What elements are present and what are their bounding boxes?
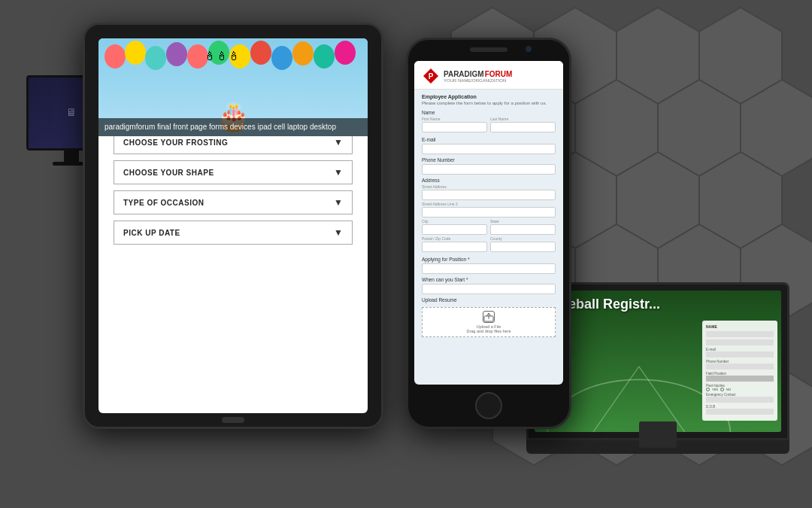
county-input[interactable] [490,242,556,252]
tablet-home-button [222,417,244,423]
bf-injuries-radio: YES NO [706,388,774,391]
start-label: When can you Start * [422,277,556,282]
baseball-form: NAME E-mail Phone Number Field Position … [702,321,777,421]
first-name-label: First Name [422,117,487,121]
balloon-orange [250,41,271,65]
email-label: E-mail [422,137,556,142]
address-label: Address [422,178,556,183]
balloon-emerald [314,44,335,68]
balloon-teal [145,46,166,70]
street-label: Street Address [422,184,556,189]
cake-pickup-dropdown[interactable]: PICK UP DATE ▼ [114,221,353,245]
position-label: Applying for Position * [422,257,556,262]
phone-camera [526,46,532,52]
laptop-screen: Baseball Registr... NAME E-mail Phone Nu… [535,291,781,432]
paradigm-text-2: FORUM [485,70,513,78]
phone-speaker [470,47,508,52]
state-input[interactable] [490,224,556,235]
zip-input[interactable] [422,242,487,252]
drag-text: Drag and drop files here [466,329,511,333]
name-input-group: First Name [422,117,487,134]
first-name-input[interactable] [422,122,487,132]
phone-screen: P PARADIGM FORUM YOUR NAME/ORGANIZATION … [414,61,563,385]
tablet: 🎂 🕯🕯🕯 paradigmforum final front page for… [83,23,383,429]
last-name-input[interactable] [490,122,556,132]
form-subtitle: Please complete the form below to apply … [422,101,556,105]
zip-county-row: Postal / Zip Code County [422,236,556,254]
upload-area[interactable]: Upload a File Drag and drop files here [422,307,556,337]
balloon-blue [271,46,292,70]
cake-occasion-arrow: ▼ [334,197,343,208]
name-label: Name [422,110,556,115]
cake-banner: 🎂 🕯🕯🕯 paradigmforum final front page for… [98,38,368,136]
balloon-pink [335,41,356,65]
bf-position [706,376,774,382]
paradigm-logo-name: PARADIGM FORUM [444,70,512,78]
bf-emergency [706,397,774,403]
paradigm-text-1: PARADIGM [444,70,484,78]
cake-pickup-arrow: ▼ [334,227,343,238]
employee-form: Employee Application Please complete the… [414,90,563,376]
monitor-stand [64,151,79,162]
position-input[interactable] [422,263,556,274]
name-row: First Name Last Name [422,117,556,134]
zip-label: Postal / Zip Code [422,236,487,241]
bf-last-name [706,339,774,345]
bf-yes-label: YES [712,388,718,391]
last-name-label: Last Name [490,117,556,121]
cake-occasion-dropdown[interactable]: TYPE OF OCCASION ▼ [114,190,353,214]
street2-label: Street Address Line 2 [422,202,556,206]
cake-shape-dropdown[interactable]: CHOOSE YOUR SHAPE ▼ [114,160,353,184]
county-label: County [490,236,556,241]
tablet-screen: 🎂 🕯🕯🕯 paradigmforum final front page for… [98,38,368,413]
city-label: City [422,219,487,224]
balloon-purple [166,42,187,66]
paradigm-logo-text-container: PARADIGM FORUM YOUR NAME/ORGANIZATION [444,70,512,83]
lastname-input-group: Last Name [490,117,556,134]
street-input[interactable] [422,190,556,200]
bf-first-name [706,331,774,337]
bf-email [706,351,774,357]
phone-label: Phone Number [422,157,556,163]
cake-frosting-label: CHOOSE YOUR FROSTING [123,138,228,147]
state-group: State [490,219,556,236]
form-title: Employee Application [422,94,556,99]
phone-home-button [475,392,502,419]
svg-text:P: P [429,72,434,81]
bf-dob [706,409,774,415]
city-input[interactable] [422,224,487,235]
laptop-base [526,440,789,454]
phone: P PARADIGM FORUM YOUR NAME/ORGANIZATION … [406,38,571,429]
city-state-row: City State [422,219,556,236]
balloon-amber [292,41,314,65]
street2-input[interactable] [422,207,556,217]
cake-pickup-label: PICK UP DATE [123,229,180,237]
email-input[interactable] [422,144,556,154]
bf-no-radio [720,388,724,391]
zip-group: Postal / Zip Code [422,236,487,254]
balloon-yellow [125,41,146,65]
upload-icon [483,311,495,323]
cake-occasion-label: TYPE OF OCCASION [123,199,204,207]
svg-line-30 [593,367,639,432]
phone-input[interactable] [422,164,556,175]
candles: 🕯🕯🕯 [204,50,240,63]
baseball-bg: Baseball Registr... NAME E-mail Phone Nu… [535,291,781,432]
cake-frosting-arrow: ▼ [334,137,343,148]
baseball-form-title: NAME [706,324,774,329]
paradigm-org-text: YOUR NAME/ORGANIZATION [444,78,512,83]
state-label: State [490,219,556,224]
start-input[interactable] [422,284,556,294]
scene: 🖥 [0,0,812,508]
baseball-title: Baseball Registr... [535,291,781,318]
upload-resume-label: Upload Resume [422,297,556,303]
bf-no-label: NO [726,388,731,391]
balloon-red [105,44,126,68]
bf-yes-radio [706,388,710,391]
cake-shape-arrow: ▼ [334,167,343,178]
county-group: County [490,236,556,254]
laptop-trackpad [639,421,677,448]
bf-phone [706,364,774,370]
cake-shape-label: CHOOSE YOUR SHAPE [123,169,214,177]
city-group: City [422,219,487,236]
